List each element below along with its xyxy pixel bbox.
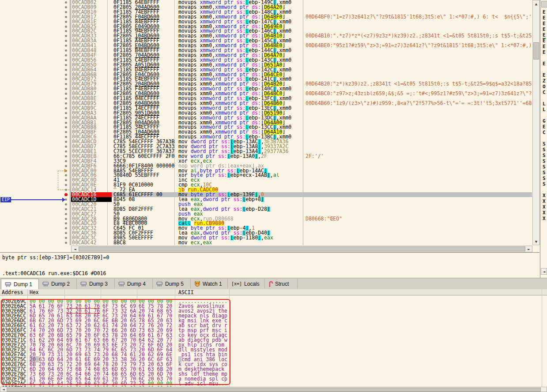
scroll-left-icon[interactable]: ◄ bbox=[72, 246, 78, 252]
tab-dump-1[interactable]: Dump 1 bbox=[1, 279, 39, 289]
tab-dump-5[interactable]: Dump 5 bbox=[153, 279, 191, 289]
instruction-address: 00CADC14 bbox=[72, 187, 111, 192]
disasm-hscrollbar[interactable]: ◄ ► bbox=[71, 246, 532, 252]
registers-pane[interactable]: EEEEEEEEEEZOCLLGECSSSSSSSSXXXXX bbox=[540, 0, 547, 278]
disasm-row[interactable]: 00CADB250F2805 E049D600movaps xmm0,xmmwo… bbox=[0, 24, 532, 29]
disasm-row[interactable]: 00CADB8E0F1185 04ECFFFFmovups xmmword pt… bbox=[0, 96, 532, 101]
disassembly-pane[interactable]: 00CADB020F1185 64EBFFFFmovups xmmword pt… bbox=[0, 0, 532, 245]
disasm-vscrollbar[interactable]: ▲ ▼ bbox=[532, 0, 540, 245]
dump-pane[interactable]: Address Hex ASCII 0302E69C00 00 00 0000 … bbox=[0, 289, 547, 392]
instruction-address: 00CADC1D bbox=[71, 197, 112, 202]
disasm-row[interactable]: 00CADBE1C785 5CECFFFF 367A3729mov dword … bbox=[0, 149, 532, 154]
disasm-row[interactable]: 00CADBA30F2805 9051D600movaps xmm0,xmmwo… bbox=[0, 111, 532, 116]
disasm-row[interactable]: 00CADB5D0F2805 A051D600movaps xmm0,xmmwo… bbox=[0, 63, 532, 67]
disasm-row[interactable]: 00CADB2C0F1185 94EBFFFFmovups xmmword pt… bbox=[0, 29, 532, 34]
disasm-row[interactable]: 00CADC2750push eax bbox=[0, 212, 532, 217]
instruction-address: 00CADC32 bbox=[72, 226, 111, 231]
disasm-row[interactable]: 00CADC368D85 C0F2FFFFlea eax,dword ptr s… bbox=[0, 231, 532, 235]
instruction-bytes: 50 bbox=[113, 212, 174, 217]
scroll-left-icon[interactable]: ◄ bbox=[1, 387, 6, 392]
disasm-row[interactable]: 00CADBCDC785 54ECFFFF 367A3B36mov dword … bbox=[0, 139, 532, 144]
tab-dump-4[interactable]: Dump 4 bbox=[115, 279, 153, 289]
disasm-row[interactable]: 00CADBB10F2805 004AD600movaps xmm0,xmmwo… bbox=[0, 120, 532, 125]
disasm-row[interactable]: 00CADB800F1185 F4EBFFFFmovups xmmword pt… bbox=[0, 86, 532, 91]
disasm-row[interactable]: 00CADC28B9 6806D800mov ecx,run.D80668D80… bbox=[0, 217, 532, 221]
instruction-address: 00CADB2C bbox=[72, 29, 111, 34]
disasm-row[interactable]: 00CADB330F2805 104BD600movaps xmm0,xmmwo… bbox=[0, 34, 532, 38]
dump-hscroll-thumb[interactable] bbox=[7, 388, 541, 392]
disasm-row[interactable]: 00CADC2050push eax bbox=[0, 202, 532, 207]
disasm-row[interactable]: 00CADBF66666:0F1F8400 00000000nop word p… bbox=[0, 164, 532, 168]
disasm-row[interactable]: 00CADB3A0F1185 A4EBFFFFmovups xmmword pt… bbox=[0, 38, 532, 43]
instruction-address: 00CADB56 bbox=[72, 58, 111, 63]
disasm-row[interactable]: 00CADB480F1185 B4EBFFFFmovups xmmword pt… bbox=[0, 48, 532, 53]
disasm-row[interactable]: 00CADC218D85 D8F2FFFFlea eax,dword ptr s… bbox=[0, 207, 532, 212]
instruction-text: movups xmmword ptr ss:[ebp-13CC],xmm0 bbox=[178, 125, 302, 130]
disasm-row[interactable]: 00CADC0D41inc ecx bbox=[0, 178, 532, 183]
dump-hscrollbar[interactable]: ◄ bbox=[0, 387, 547, 392]
disasm-row[interactable]: 00CADC2DE8 4EBC0000call run.CB9880 bbox=[0, 221, 532, 226]
disasm-row[interactable]: 00CADB4F0F2805 704AD600movaps xmm0,xmmwo… bbox=[0, 53, 532, 58]
disasm-row[interactable]: 00CADC428BC8mov ecx,eax bbox=[0, 240, 532, 245]
disasm-row[interactable]: 00CADB9C0F1185 14ECFFFFmovups xmmword pt… bbox=[0, 106, 532, 111]
disasm-row[interactable]: 00CADB090F2805 204AD600movaps xmm0,xmmwo… bbox=[0, 5, 532, 10]
instruction-address: 00CADB95 bbox=[72, 101, 111, 106]
disasm-row[interactable]: 00CADBC60F1185 44ECFFFFmovups xmmword pt… bbox=[0, 134, 532, 139]
arguments-hscrollbar[interactable]: ◄ bbox=[541, 268, 547, 275]
tab-watch-1[interactable]: Watch 1 bbox=[191, 279, 228, 289]
instruction-address: 00CADC36 bbox=[72, 231, 111, 235]
registers-header-button[interactable] bbox=[541, 1, 547, 7]
disasm-row[interactable]: 00CADBAA0F1185 24ECFFFFmovups xmmword pt… bbox=[0, 116, 532, 120]
dump-header-row[interactable]: Address Hex ASCII bbox=[0, 289, 547, 295]
instruction-address: 00CADBE1 bbox=[72, 149, 111, 154]
disasm-row[interactable]: 00CADB1E0F1185 84EBFFFFmovups xmmword pt… bbox=[0, 19, 532, 24]
disasm-row[interactable]: 00CADBB80F1185 34ECFFFFmovups xmmword pt… bbox=[0, 125, 532, 130]
disasm-row[interactable]: 00CADC14^ 72 EAjb run.CADC00 bbox=[0, 187, 532, 192]
disasm-row[interactable]: 00CADB870F2805 C04BD600movaps xmm0,xmmwo… bbox=[0, 91, 532, 96]
disasm-row[interactable]: 00CADB100F1185 74EBFFFFmovups xmmword pt… bbox=[0, 10, 532, 15]
disasm-row[interactable]: 00CADB560F1185 C4EBFFFFmovups xmmword pt… bbox=[0, 58, 532, 63]
disasm-row[interactable]: 00CADB170F2805 F04BD600movaps xmm0,xmmwo… bbox=[0, 15, 532, 19]
scroll-up-icon[interactable]: ▲ bbox=[533, 1, 539, 7]
tab-struct[interactable]: Struct bbox=[265, 279, 298, 289]
disasm-row[interactable]: 00CADC0630840D 55EBFFFFxor byte ptr ss:[… bbox=[0, 173, 532, 178]
dump-icon bbox=[118, 281, 125, 287]
disasm-row[interactable]: 00CADBF433C9xor ecx,ecx bbox=[0, 159, 532, 164]
disasm-row[interactable]: 00CADB790F2805 204BD600movaps xmm0,xmmwo… bbox=[0, 82, 532, 86]
disasm-row[interactable]: 00CADC1D8D45 08lea eax,dword ptr ss:[ebp… bbox=[0, 197, 532, 202]
scroll-right-icon[interactable]: ► bbox=[526, 246, 532, 252]
tab-locals[interactable]: [x=]Locals bbox=[228, 279, 265, 289]
tab-dump-2[interactable]: Dump 2 bbox=[39, 279, 77, 289]
scroll-down-icon[interactable]: ▼ bbox=[533, 239, 539, 245]
instruction-address: 00CADBF4 bbox=[72, 159, 111, 164]
dump-col-ascii[interactable]: ASCII bbox=[178, 289, 194, 295]
disasm-row[interactable]: 00CADC32C645 FC 01mov byte ptr ss:[ebp-4… bbox=[0, 226, 532, 231]
disasm-row[interactable]: 00CADB720F1185 E4EBFFFFmovups xmmword pt… bbox=[0, 77, 532, 82]
register-name-letter: C bbox=[543, 130, 546, 135]
disasm-row[interactable]: 00CADB020F1185 64EBFFFFmovups xmmword pt… bbox=[0, 0, 532, 5]
scroll-left-icon[interactable]: ◄ bbox=[541, 269, 547, 275]
disasm-hscroll-thumb[interactable] bbox=[79, 246, 525, 251]
instruction-address: 00CADC00 bbox=[72, 168, 111, 173]
disasm-row[interactable]: 00CADB640F1185 D4EBFFFFmovups xmmword pt… bbox=[0, 67, 532, 72]
instruction-text: mov byte ptr ss:[ebp-139F],0 bbox=[178, 192, 302, 197]
dump-col-address[interactable]: Address bbox=[2, 289, 23, 295]
instruction-text: lea eax,dword ptr ss:[ebp-D28] bbox=[178, 207, 302, 212]
dump-col-hex[interactable]: Hex bbox=[30, 289, 39, 295]
disasm-row[interactable]: 00CADBEB66:C785 60ECFFFF 2F00mov word pt… bbox=[0, 154, 532, 159]
disasm-row[interactable]: 00CADB410F2805 E04BD600movaps xmm0,xmmwo… bbox=[0, 43, 532, 48]
tab-dump-3[interactable]: Dump 3 bbox=[77, 279, 115, 289]
disasm-row[interactable]: 00CADC0E81F9 0C010000cmp ecx,10C bbox=[0, 183, 532, 187]
disasm-row[interactable]: 00CADB6B0F2805 E04CD600movaps xmm0,xmmwo… bbox=[0, 72, 532, 77]
disasm-row[interactable]: 00CADBBF0F2805 104AD600movaps xmm0,xmmwo… bbox=[0, 130, 532, 134]
disasm-row[interactable]: 00CADB950F2805 604BD600movaps xmm0,xmmwo… bbox=[0, 101, 532, 106]
instruction-text: movaps xmm0,xmmword ptr ds:[D64A70] bbox=[178, 53, 302, 58]
disasm-row[interactable]: 00CADBD7C785 58ECFFFF 2C7A3339mov dword … bbox=[0, 144, 532, 149]
disasm-row[interactable]: 00CADC16C685 61ECFFFF 00mov byte ptr ss:… bbox=[0, 192, 532, 197]
instruction-bytes: C645 FC 01 bbox=[113, 226, 174, 231]
disasm-row[interactable]: 00CADC3C8985 50EEFFFFmov dword ptr ss:[e… bbox=[0, 235, 532, 240]
disasm-vscroll-thumb[interactable] bbox=[533, 42, 539, 60]
instruction-address: 00CADB9C bbox=[72, 106, 111, 111]
instruction-address: 00CADB10 bbox=[72, 10, 111, 15]
disasm-row[interactable]: 00CADC008A85 54EBFFFFmov al,byte ptr ss:… bbox=[0, 168, 532, 173]
